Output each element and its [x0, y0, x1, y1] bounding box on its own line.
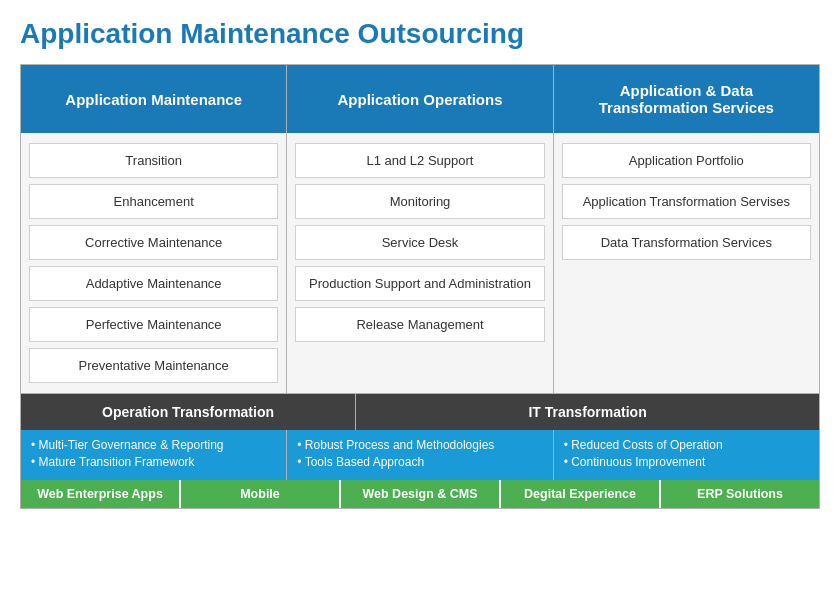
- bullet-text: • Robust Process and Methodologies: [297, 438, 542, 452]
- col-maintenance-header: Application Maintenance: [21, 65, 286, 133]
- tab-web-enterprise[interactable]: Web Enterprise Apps: [21, 480, 181, 508]
- bottom-tabs-row: Web Enterprise Apps Mobile Web Design & …: [21, 480, 819, 508]
- col-transformation-items: Application Portfolio Application Transf…: [554, 133, 819, 393]
- bullets-col-3: • Reduced Costs of Operation • Continuou…: [554, 430, 819, 480]
- list-item: Application Transformation Servises: [562, 184, 811, 219]
- bullet-text: • Multi-Tier Governance & Reporting: [31, 438, 276, 452]
- list-item: Transition: [29, 143, 278, 178]
- list-item: L1 and L2 Support: [295, 143, 544, 178]
- list-item: Data Transformation Services: [562, 225, 811, 260]
- list-item: Enhancement: [29, 184, 278, 219]
- main-grid: Application Maintenance Transition Enhan…: [20, 64, 820, 394]
- list-item: Corrective Maintenance: [29, 225, 278, 260]
- bullet-text: • Mature Transition Framework: [31, 455, 276, 469]
- op-transformation-header: Operation Transformation: [21, 394, 356, 430]
- bullets-col-1: • Multi-Tier Governance & Reporting • Ma…: [21, 430, 287, 480]
- bullet-text: • Tools Based Approach: [297, 455, 542, 469]
- it-transformation-header: IT Transformation: [356, 394, 819, 430]
- list-item: Release Management: [295, 307, 544, 342]
- transform-headers-row: Operation Transformation IT Transformati…: [21, 394, 819, 430]
- page-title: Application Maintenance Outsourcing: [20, 18, 820, 50]
- transform-bullets-row: • Multi-Tier Governance & Reporting • Ma…: [21, 430, 819, 480]
- tab-mobile[interactable]: Mobile: [181, 480, 341, 508]
- list-item: Application Portfolio: [562, 143, 811, 178]
- col-maintenance-items: Transition Enhancement Corrective Mainte…: [21, 133, 286, 393]
- list-item: Production Support and Administration: [295, 266, 544, 301]
- list-item: Addaptive Maintenance: [29, 266, 278, 301]
- col-transformation-header: Application & Data Transformation Servic…: [554, 65, 819, 133]
- list-item: Monitoring: [295, 184, 544, 219]
- tab-web-design[interactable]: Web Design & CMS: [341, 480, 501, 508]
- bullet-text: • Reduced Costs of Operation: [564, 438, 809, 452]
- bottom-section: Operation Transformation IT Transformati…: [20, 394, 820, 509]
- tab-erp[interactable]: ERP Solutions: [661, 480, 819, 508]
- col-operations-items: L1 and L2 Support Monitoring Service Des…: [287, 133, 552, 393]
- col-operations: Application Operations L1 and L2 Support…: [287, 65, 553, 393]
- col-maintenance: Application Maintenance Transition Enhan…: [21, 65, 287, 393]
- col-transformation: Application & Data Transformation Servic…: [554, 65, 819, 393]
- col-operations-header: Application Operations: [287, 65, 552, 133]
- bullet-text: • Continuous Improvement: [564, 455, 809, 469]
- list-item: Preventative Maintenance: [29, 348, 278, 383]
- bullets-col-2: • Robust Process and Methodologies • Too…: [287, 430, 553, 480]
- list-item: Service Desk: [295, 225, 544, 260]
- list-item: Perfective Maintenance: [29, 307, 278, 342]
- tab-digital-experience[interactable]: Degital Experience: [501, 480, 661, 508]
